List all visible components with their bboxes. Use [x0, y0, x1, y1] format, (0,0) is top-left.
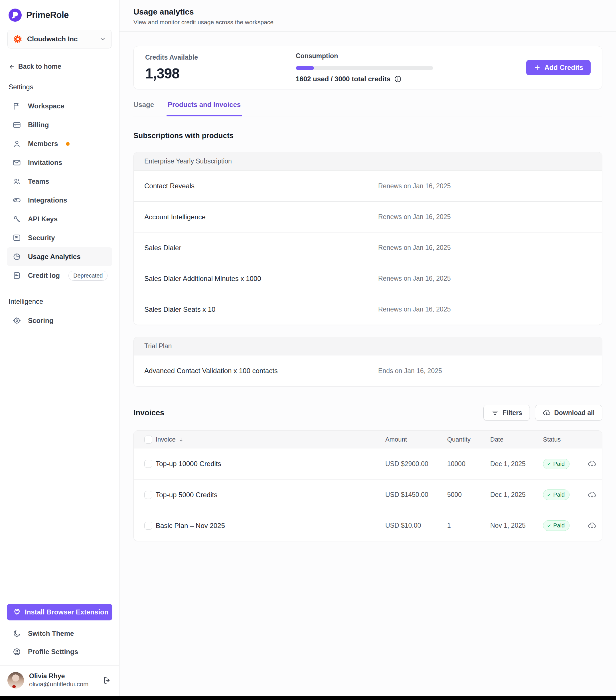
check-icon [547, 523, 551, 528]
credits-summary-card: Credits Available 1,398 Consumption 1602… [134, 46, 602, 89]
download-all-label: Download all [554, 409, 595, 417]
check-icon [547, 462, 551, 466]
sidebar-item-integrations[interactable]: Integrations [7, 191, 112, 210]
sidebar-item-security[interactable]: Security [7, 228, 112, 247]
sidebar-item-label: Integrations [28, 196, 67, 204]
download-invoice-icon[interactable] [588, 491, 602, 499]
sort-down-icon[interactable] [178, 436, 184, 443]
invoice-row: Basic Plan – Nov 2025 USD $10.00 1 Nov 1… [134, 510, 602, 541]
tab-products-and-invoices[interactable]: Products and Invoices [166, 101, 242, 116]
consumption-label: Consumption [296, 52, 455, 60]
credits-usage-text: 1602 used / 3000 total credits [296, 75, 390, 83]
product-name: Advanced Contact Validation x 100 contac… [134, 367, 378, 375]
vault-icon [13, 234, 21, 242]
avatar [8, 672, 24, 689]
sidebar-item-label: Teams [28, 177, 49, 185]
subscription-row: Sales Dialer Additional Minutes x 1000 R… [134, 263, 602, 294]
chevron-down-icon [99, 35, 106, 43]
credit-card-icon [13, 121, 21, 129]
row-checkbox[interactable] [144, 460, 152, 468]
intelligence-section-label: Intelligence [9, 298, 119, 305]
sidebar-item-billing[interactable]: Billing [7, 115, 112, 134]
info-icon[interactable] [394, 75, 402, 83]
page-subtitle: View and monitor credit usage across the… [134, 19, 602, 32]
download-cloud-icon [543, 409, 551, 417]
sidebar-item-label: Security [28, 234, 55, 242]
install-extension-button[interactable]: Install Browser Extension [7, 604, 112, 621]
status-label: Paid [553, 461, 565, 467]
sidebar-item-label: Members [28, 140, 58, 148]
target-icon [13, 316, 21, 325]
workspace-switcher[interactable]: Cloudwatch Inc [8, 30, 112, 49]
logout-icon[interactable] [102, 675, 112, 685]
install-extension-label: Install Browser Extension [25, 608, 108, 616]
renewal-date: Renews on Jan 16, 2025 [378, 305, 602, 313]
row-checkbox[interactable] [144, 491, 152, 499]
invoice-quantity: 5000 [447, 491, 490, 499]
sidebar: PrimeRole Cloudwatch Inc [0, 0, 120, 696]
download-all-button[interactable]: Download all [535, 405, 602, 421]
row-checkbox[interactable] [144, 522, 152, 530]
key-icon [13, 215, 21, 223]
column-status: Status [543, 436, 588, 443]
invoice-quantity: 1 [447, 522, 490, 529]
select-all-checkbox[interactable] [144, 436, 152, 443]
company-name: Cloudwatch Inc [27, 35, 95, 43]
sidebar-item-api-keys[interactable]: API Keys [7, 210, 112, 228]
back-to-home-label: Back to home [18, 63, 61, 71]
pie-chart-icon [13, 252, 21, 261]
sidebar-item-teams[interactable]: Teams [7, 172, 112, 191]
members-notification-dot [66, 142, 70, 146]
download-invoice-icon[interactable] [588, 522, 602, 530]
sidebar-nav: Workspace Billing Members Invitations [0, 97, 119, 285]
primerole-logo-icon [9, 9, 22, 22]
product-name: Sales Dialer [134, 244, 378, 252]
sidebar-item-label: Scoring [28, 317, 53, 325]
invoices-table: Invoice Amount Quantity Date Status Top-… [134, 430, 602, 541]
toggle-icon [13, 196, 21, 204]
profile-settings-button[interactable]: Profile Settings [7, 643, 112, 661]
tab-usage[interactable]: Usage [134, 101, 154, 116]
sidebar-item-label: Billing [28, 121, 49, 129]
invoice-amount: USD $1450.00 [385, 491, 447, 499]
sidebar-item-members[interactable]: Members [7, 134, 112, 153]
sidebar-item-workspace[interactable]: Workspace [7, 97, 112, 115]
invoices-heading: Invoices [134, 409, 483, 417]
invoice-name: Basic Plan – Nov 2025 [156, 522, 385, 530]
main-content: Usage analytics View and monitor credit … [120, 0, 616, 696]
sidebar-item-credit-log[interactable]: Credit log Deprecated [7, 266, 112, 285]
page-title: Usage analytics [134, 8, 602, 16]
subscription-row: Contact Reveals Renews on Jan 16, 2025 [134, 171, 602, 201]
user-profile: Olivia Rhye olivia@untitledui.com [0, 666, 119, 696]
sidebar-item-invitations[interactable]: Invitations [7, 153, 112, 172]
download-invoice-icon[interactable] [588, 460, 602, 468]
sidebar-item-scoring[interactable]: Scoring [7, 311, 112, 330]
filter-lines-icon [491, 409, 499, 417]
back-to-home-link[interactable]: Back to home [9, 63, 119, 71]
add-credits-button[interactable]: Add Credits [526, 60, 591, 75]
invoices-table-header: Invoice Amount Quantity Date Status [134, 431, 602, 448]
invoices-header: Invoices Filters Download all [134, 405, 602, 421]
invoice-row: Top-up 10000 Credits USD $2900.00 10000 … [134, 448, 602, 479]
consumption-bar-fill [296, 66, 314, 70]
sidebar-item-label: Invitations [28, 159, 62, 166]
page-header: Usage analytics View and monitor credit … [120, 0, 616, 32]
app-window: PrimeRole Cloudwatch Inc [0, 0, 616, 696]
sidebar-item-usage-analytics[interactable]: Usage Analytics [7, 247, 112, 266]
subscription-group-enterprise: Enterprise Yearly Subscription Contact R… [134, 152, 602, 325]
app-name: PrimeRole [26, 10, 69, 20]
switch-theme-button[interactable]: Switch Theme [7, 624, 112, 643]
subscription-group-title: Enterprise Yearly Subscription [134, 152, 602, 171]
sidebar-item-label: Workspace [28, 102, 64, 110]
product-name: Contact Reveals [134, 182, 378, 190]
filters-button[interactable]: Filters [483, 405, 530, 421]
profile-settings-label: Profile Settings [28, 648, 78, 656]
subscriptions-heading: Subscriptions with products [134, 131, 602, 140]
bottom-black-bar [0, 696, 616, 700]
flag-icon [13, 102, 21, 110]
sidebar-item-label: API Keys [28, 215, 58, 223]
credits-available-value: 1,398 [145, 65, 296, 82]
add-credits-label: Add Credits [544, 64, 583, 72]
sidebar-item-label: Usage Analytics [28, 253, 81, 261]
consumption-bar [296, 66, 433, 70]
